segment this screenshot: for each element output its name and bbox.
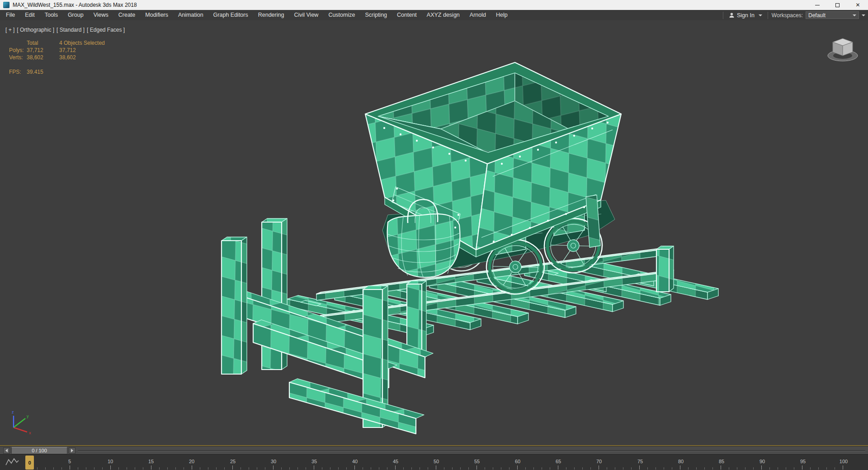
menu-content[interactable]: Content (392, 10, 422, 20)
chevron-down-icon (853, 14, 856, 16)
tick-label: 30 (271, 459, 276, 464)
y-axis (14, 418, 25, 427)
current-frame-marker[interactable]: 0 (25, 456, 34, 470)
close-button[interactable]: ✕ (848, 0, 868, 10)
view-cube[interactable] (826, 35, 859, 66)
verts-total: 38,602 (27, 54, 43, 61)
menu-axyz-design[interactable]: AXYZ design (422, 10, 465, 20)
title-bar: MAX_WildWest_155.max - Autodesk 3ds Max … (0, 0, 868, 10)
viewport-menu-shading[interactable]: [ Standard ] (57, 27, 85, 33)
menu-bar: File Edit Tools Group Views Create Modif… (0, 10, 868, 20)
previous-frame-button[interactable] (3, 447, 10, 454)
tick-label: 80 (678, 459, 684, 464)
timeline-ruler[interactable]: 0 5 10 15 20 25 30 35 40 45 50 55 60 65 … (0, 454, 868, 470)
menu-customize[interactable]: Customize (323, 10, 360, 20)
tick-label: 25 (230, 459, 236, 464)
sign-in-label: Sign In (737, 12, 755, 19)
window-title: MAX_WildWest_155.max - Autodesk 3ds Max … (13, 2, 137, 8)
ruler-ticks (29, 465, 844, 470)
viewport-orthographic[interactable]: [ + ] [ Orthographic ] [ Standard ] [ Ed… (0, 20, 868, 445)
viewport-menu-style[interactable]: [ Edged Faces ] (87, 27, 125, 33)
menu-civil-view[interactable]: Civil View (289, 10, 323, 20)
fps-label: FPS: (9, 69, 21, 75)
main-menu: File Edit Tools Group Views Create Modif… (1, 10, 513, 20)
chevron-down-icon (759, 14, 762, 16)
menu-modifiers[interactable]: Modifiers (140, 10, 173, 20)
time-slider-handle[interactable]: 0 / 100 (11, 447, 67, 454)
menu-help[interactable]: Help (491, 10, 513, 20)
menu-edit[interactable]: Edit (20, 10, 40, 20)
polys-total: 37,712 (27, 47, 43, 53)
tick-label: 5 (68, 459, 71, 464)
person-icon (729, 12, 735, 18)
tick-label: 55 (474, 459, 480, 464)
separator (768, 12, 768, 19)
minimize-button[interactable] (807, 0, 827, 10)
left-arrow-icon (5, 449, 8, 452)
tick-label: 85 (719, 459, 724, 464)
menu-animation[interactable]: Animation (173, 10, 208, 20)
time-display: 0 / 100 (32, 448, 47, 453)
workspace-value: Default (808, 12, 826, 19)
x-axis (14, 427, 27, 432)
svg-text:y: y (27, 414, 29, 418)
tick-label: 70 (596, 459, 602, 464)
time-slider-bar[interactable]: 0 / 100 (0, 446, 868, 454)
world-axis-tripod: x y z (6, 407, 35, 436)
menu-tools[interactable]: Tools (40, 10, 63, 20)
separator (723, 12, 723, 19)
tick-label: 45 (393, 459, 398, 464)
menu-views[interactable]: Views (89, 10, 113, 20)
tick-label: 15 (148, 459, 154, 464)
tick-label: 90 (760, 459, 765, 464)
right-arrow-icon (71, 449, 73, 452)
track-end-post (656, 246, 674, 292)
tick-label: 50 (434, 459, 439, 464)
stats-total-header: Total (27, 40, 38, 46)
menu-arnold[interactable]: Arnold (465, 10, 491, 20)
menu-rendering[interactable]: Rendering (253, 10, 289, 20)
menu-file[interactable]: File (1, 10, 20, 20)
tick-label: 10 (108, 459, 113, 464)
menu-graph-editors[interactable]: Graph Editors (208, 10, 253, 20)
menu-create[interactable]: Create (113, 10, 141, 20)
svg-text:x: x (29, 431, 31, 435)
viewport-menu-pov[interactable]: [ Orthographic ] (17, 27, 54, 33)
sign-in-button[interactable]: Sign In (727, 12, 764, 19)
time-slider-track[interactable] (78, 450, 865, 451)
menu-group[interactable]: Group (63, 10, 89, 20)
frame-base-beam (289, 379, 424, 434)
menu-scripting[interactable]: Scripting (360, 10, 392, 20)
verts-label: Verts: (9, 54, 23, 61)
mini-curve-editor-button[interactable] (2, 456, 20, 469)
tick-label: 40 (352, 459, 358, 464)
curve-icon (5, 456, 20, 467)
workspace-dropdown[interactable]: Default (806, 11, 859, 19)
next-frame-button[interactable] (69, 447, 75, 454)
viewport-label: [ + ] [ Orthographic ] [ Standard ] [ Ed… (5, 27, 125, 33)
tick-label: 65 (556, 459, 561, 464)
current-frame-value: 0 (28, 460, 31, 465)
polys-selected: 37,712 (59, 47, 76, 53)
frame-post-front-left (222, 237, 247, 374)
polys-label: Polys: (9, 47, 24, 53)
viewport-menu-general[interactable]: [ + ] (5, 27, 14, 33)
tick-label: 100 (840, 459, 848, 464)
mine-cart-object[interactable] (365, 62, 621, 298)
fps-value: 39.415 (27, 69, 43, 75)
svg-text:z: z (12, 410, 14, 414)
app-icon (3, 2, 9, 8)
maximize-button[interactable] (827, 0, 848, 10)
tick-label: 60 (515, 459, 520, 464)
toolbar-overflow-icon[interactable] (862, 14, 865, 16)
tick-label: 35 (311, 459, 317, 464)
tick-label: 95 (800, 459, 806, 464)
scene-canvas[interactable] (0, 20, 868, 445)
verts-selected: 38,602 (59, 54, 76, 61)
tick-label: 20 (189, 459, 194, 464)
tick-label: 75 (637, 459, 643, 464)
workspaces-label: Workspaces: (772, 12, 803, 19)
stats-selected-header: 4 Objects Selected (59, 40, 105, 46)
